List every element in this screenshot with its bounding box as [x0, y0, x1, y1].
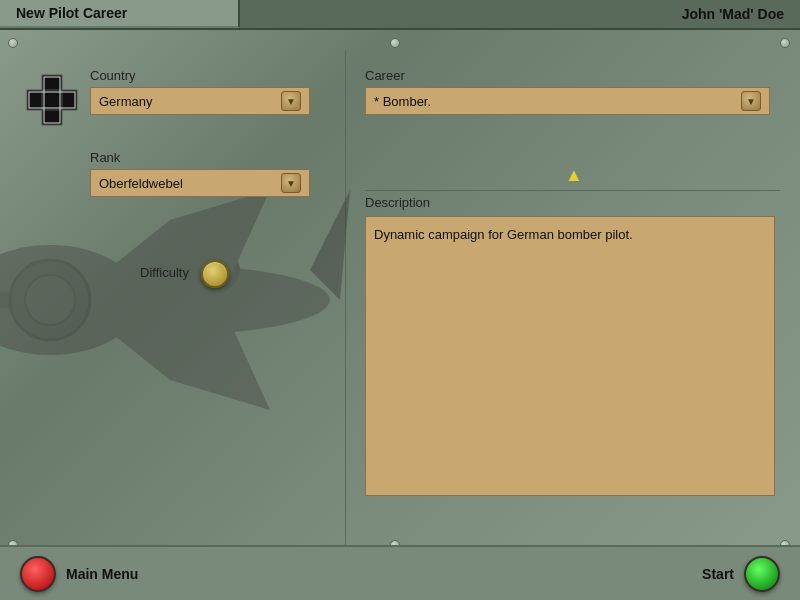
country-dropdown-arrow[interactable]: ▼: [281, 91, 301, 111]
pilot-name: John 'Mad' Doe: [682, 6, 784, 22]
main-menu-label[interactable]: Main Menu: [66, 566, 138, 582]
rank-dropdown-arrow[interactable]: ▼: [281, 173, 301, 193]
start-button-icon[interactable]: [744, 556, 780, 592]
description-section: Description Dynamic campaign for German …: [365, 195, 780, 496]
career-arrow-icon: ▼: [746, 96, 756, 107]
difficulty-section: Difficulty: [140, 260, 229, 288]
country-value: Germany: [99, 94, 281, 109]
rank-dropdown[interactable]: Oberfeldwebel ▼: [90, 169, 310, 197]
description-box: Dynamic campaign for German bomber pilot…: [365, 216, 775, 496]
rank-value: Oberfeldwebel: [99, 176, 281, 191]
plane-silhouette: [0, 70, 370, 530]
title-bar: New Pilot Career John 'Mad' Doe: [0, 0, 800, 30]
title-new-pilot-career: New Pilot Career: [16, 5, 127, 21]
right-panel-divider: [365, 190, 780, 191]
career-value: * Bomber.: [374, 94, 741, 109]
country-dropdown[interactable]: Germany ▼: [90, 87, 310, 115]
bottom-bar: Main Menu Start: [0, 545, 800, 600]
difficulty-toggle[interactable]: [201, 260, 229, 288]
country-section: Country Germany ▼: [90, 68, 310, 115]
description-label: Description: [365, 195, 780, 210]
title-left: New Pilot Career: [0, 0, 240, 28]
iron-cross-icon: [22, 70, 82, 130]
main-content: Country Germany ▼ Rank Oberfeldwebel ▼ D…: [0, 30, 800, 570]
svg-marker-5: [310, 190, 350, 300]
arrow-icon: ▼: [286, 96, 296, 107]
svg-point-9: [25, 275, 75, 325]
career-dropdown[interactable]: * Bomber. ▼: [365, 87, 770, 115]
main-menu-button-icon[interactable]: [20, 556, 56, 592]
rank-arrow-icon: ▼: [286, 178, 296, 189]
title-right: John 'Mad' Doe: [666, 0, 800, 28]
description-text: Dynamic campaign for German bomber pilot…: [374, 227, 633, 242]
start-group: Start: [702, 556, 780, 592]
career-section: Career * Bomber. ▼: [365, 68, 780, 115]
rank-section: Rank Oberfeldwebel ▼: [90, 150, 310, 197]
svg-rect-11: [27, 90, 77, 110]
start-label[interactable]: Start: [702, 566, 734, 582]
difficulty-label: Difficulty: [140, 265, 189, 280]
country-label: Country: [90, 68, 310, 83]
rank-label: Rank: [90, 150, 310, 165]
career-label: Career: [365, 68, 780, 83]
iron-cross-container: [22, 70, 82, 134]
career-dropdown-arrow[interactable]: ▼: [741, 91, 761, 111]
